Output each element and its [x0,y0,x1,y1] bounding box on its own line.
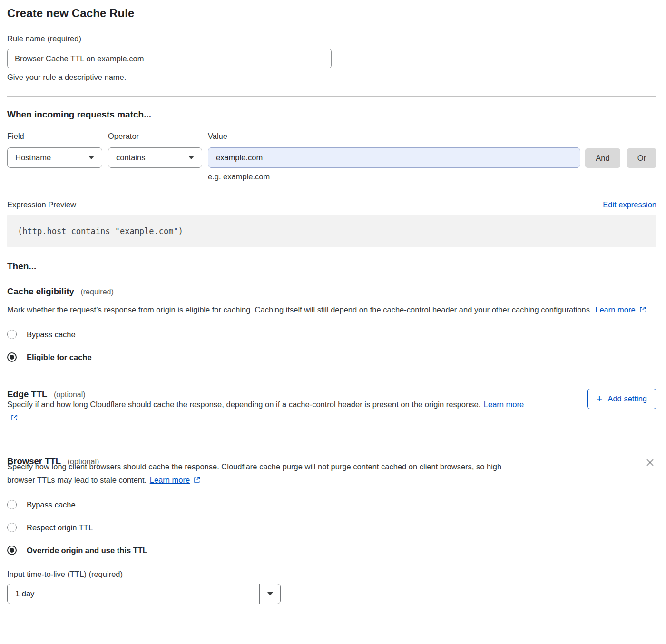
radio-label: Bypass cache [27,330,76,339]
page-title: Create new Cache Rule [7,7,656,20]
browser-ttl-description: Specify how long client browsers should … [7,460,527,487]
add-setting-label: Add setting [607,394,647,403]
chevron-down-icon [259,584,280,604]
operator-select-value: contains [116,153,145,162]
external-link-icon [639,306,646,313]
ttl-input-group: Input time-to-live (TTL) (required) 1 da… [7,570,656,604]
ttl-select[interactable]: 1 day [7,584,281,604]
ttl-select-value: 1 day [8,584,259,604]
and-button[interactable]: And [585,148,620,168]
radio-selected-icon [7,352,17,362]
chevron-down-icon [188,156,194,159]
browser-ttl-learn-more-link[interactable]: Learn more [150,476,190,484]
cache-eligibility-required-tag: (required) [80,288,113,296]
edit-expression-link[interactable]: Edit expression [603,200,656,209]
edge-ttl-description-text: Specify if and how long Cloudflare shoul… [7,400,480,409]
radio-label: Bypass cache [27,500,76,509]
section-divider [7,375,656,375]
cache-eligibility-description: Mark whether the request’s response from… [7,303,649,316]
field-label: Field [7,132,102,141]
match-heading: When incoming requests match... [7,109,656,120]
create-cache-rule-form: Create new Cache Rule Rule name (require… [0,0,666,623]
chevron-down-icon [88,156,94,159]
rule-name-help: Give your rule a descriptive name. [7,73,656,82]
radio-unselected-icon [7,330,17,339]
cache-eligibility-learn-more-link[interactable]: Learn more [595,305,635,314]
ttl-input-label: Input time-to-live (TTL) (required) [7,570,656,579]
value-column: Value e.g. example.com [208,132,580,181]
value-input[interactable] [208,147,580,168]
cache-eligibility-title: Cache eligibility [7,286,74,296]
plus-icon: + [597,394,603,404]
field-select-value: Hostname [15,153,51,162]
external-link-icon [10,414,18,421]
rule-name-group: Rule name (required) Give your rule a de… [7,34,656,82]
operator-select[interactable]: contains [108,147,202,168]
cache-eligibility-options: Bypass cache Eligible for cache [7,330,656,362]
radio-unselected-icon [7,500,17,509]
browser-ttl-description-text: Specify how long client browsers should … [7,462,501,484]
radio-override-origin-ttl[interactable]: Override origin and use this TTL [7,546,656,555]
expression-code-block: (http.host contains "example.com") [7,215,656,247]
radio-label: Respect origin TTL [27,523,93,532]
radio-unselected-icon [7,523,17,532]
or-button[interactable]: Or [627,148,656,168]
value-help: e.g. example.com [208,172,580,181]
match-builder-row: Field Hostname Operator contains Value e… [7,132,656,181]
radio-bypass-cache[interactable]: Bypass cache [7,330,656,339]
edge-ttl-learn-more-link[interactable]: Learn more [484,400,524,409]
value-label: Value [208,132,580,141]
radio-label: Eligible for cache [27,353,92,362]
expression-preview-header: Expression Preview Edit expression [7,200,656,209]
rule-name-label: Rule name (required) [7,34,656,43]
field-column: Field Hostname [7,132,102,168]
radio-label: Override origin and use this TTL [27,546,147,555]
field-select[interactable]: Hostname [7,147,102,168]
rule-name-input[interactable] [7,49,332,68]
expression-preview-label: Expression Preview [7,200,76,209]
radio-respect-origin-ttl[interactable]: Respect origin TTL [7,523,656,532]
expression-code: (http.host contains "example.com") [18,226,183,236]
operator-column: Operator contains [108,132,202,168]
radio-bypass-cache[interactable]: Bypass cache [7,500,656,509]
section-divider [7,440,656,440]
edge-ttl-description: Specify if and how long Cloudflare shoul… [7,398,533,424]
cache-eligibility-description-text: Mark whether the request’s response from… [7,305,592,314]
close-icon[interactable] [645,457,656,469]
then-heading: Then... [7,261,656,272]
browser-ttl-options: Bypass cache Respect origin TTL Override… [7,500,656,555]
radio-eligible-for-cache[interactable]: Eligible for cache [7,352,656,362]
external-link-icon [193,476,201,484]
cache-eligibility-title-row: Cache eligibility (required) [7,286,656,297]
operator-label: Operator [108,132,202,141]
radio-selected-icon [7,546,17,555]
add-setting-button[interactable]: + Add setting [587,389,656,409]
section-divider [7,96,656,97]
